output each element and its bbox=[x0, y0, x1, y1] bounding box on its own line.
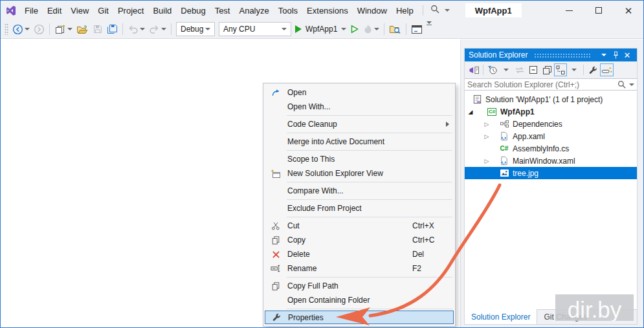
solution-platform-dropdown[interactable]: Any CPU bbox=[219, 22, 291, 36]
start-debugging-button[interactable]: WpfApp1 bbox=[293, 21, 348, 37]
submenu-arrow-icon bbox=[446, 122, 449, 127]
toolbar-drag-handle[interactable] bbox=[5, 23, 8, 35]
switch-views-button[interactable] bbox=[467, 63, 480, 76]
minimize-button[interactable] bbox=[554, 1, 584, 20]
save-all-button[interactable] bbox=[105, 21, 120, 37]
context-item-compare-with[interactable]: Compare With... bbox=[263, 184, 455, 198]
context-item-cut[interactable]: Cut Ctrl+X bbox=[263, 219, 455, 233]
solution-configuration-dropdown[interactable]: Debug bbox=[176, 22, 215, 36]
menu-separator bbox=[287, 115, 452, 116]
context-item-copy-full-path[interactable]: Copy Full Path bbox=[263, 279, 455, 293]
menu-project[interactable]: Project bbox=[113, 1, 148, 20]
pending-changes-filter-button[interactable] bbox=[486, 63, 499, 76]
tree-row-mainwindow-xaml[interactable]: ▷ MainWindow.xaml bbox=[465, 155, 637, 167]
toolbar-overflow-button[interactable] bbox=[425, 21, 434, 37]
context-item-exclude-from-project[interactable]: Exclude From Project bbox=[263, 201, 455, 215]
context-item-rename[interactable]: Rename F2 bbox=[263, 261, 455, 276]
context-item-code-cleanup[interactable]: Code Cleanup bbox=[263, 117, 455, 131]
properties-button[interactable] bbox=[586, 63, 599, 76]
menu-item-label: Rename bbox=[287, 264, 412, 273]
start-without-debugging-button[interactable] bbox=[348, 21, 361, 37]
menu-separator bbox=[287, 133, 452, 133]
menu-item-label: New Solution Explorer View bbox=[287, 169, 455, 178]
menu-git[interactable]: Git bbox=[93, 1, 113, 20]
search-icon[interactable] bbox=[617, 80, 626, 89]
chevron-down-icon[interactable] bbox=[629, 83, 634, 86]
window-layout-button[interactable] bbox=[409, 21, 425, 37]
sync-dropdown-button[interactable] bbox=[568, 63, 581, 76]
new-project-button[interactable] bbox=[52, 21, 74, 37]
menu-debug[interactable]: Debug bbox=[176, 1, 210, 20]
tree-label: WpfApp1 bbox=[500, 107, 535, 116]
collapse-all-button[interactable] bbox=[527, 63, 540, 76]
navigate-backward-button[interactable] bbox=[10, 21, 32, 37]
close-icon: ✕ bbox=[624, 51, 631, 60]
menu-build[interactable]: Build bbox=[148, 1, 176, 20]
expander-collapsed-icon[interactable]: ▷ bbox=[483, 158, 491, 164]
context-item-new-solution-explorer-view[interactable]: New Solution Explorer View bbox=[263, 166, 455, 180]
expander-collapsed-icon[interactable]: ▷ bbox=[483, 121, 491, 127]
menu-separator bbox=[287, 217, 452, 217]
hot-reload-button[interactable] bbox=[361, 21, 381, 37]
find-in-files-button[interactable] bbox=[387, 21, 403, 37]
toolbar-separator bbox=[49, 23, 50, 35]
expander-collapsed-icon[interactable]: ▷ bbox=[483, 133, 491, 140]
image-file-icon bbox=[499, 168, 509, 179]
menu-item-shortcut: Ctrl+C bbox=[412, 235, 455, 245]
close-panel-button[interactable]: ✕ bbox=[621, 49, 633, 61]
sync-button[interactable] bbox=[513, 63, 526, 76]
maximize-button[interactable] bbox=[584, 1, 614, 20]
menu-window[interactable]: Window bbox=[353, 1, 392, 20]
menu-tools[interactable]: Tools bbox=[274, 1, 302, 20]
close-icon: ✕ bbox=[625, 6, 633, 16]
close-button[interactable]: ✕ bbox=[614, 1, 643, 20]
context-item-open-with[interactable]: Open With... bbox=[263, 100, 455, 114]
tree-row-assemblyinfo[interactable]: C# AssemblyInfo.cs bbox=[465, 142, 637, 155]
menu-test[interactable]: Test bbox=[210, 1, 235, 20]
csharp-project-icon: C# bbox=[487, 107, 497, 117]
solution-explorer-search-input[interactable] bbox=[467, 80, 617, 89]
csharp-file-icon: C# bbox=[499, 144, 509, 154]
tree-row-tree-jpg[interactable]: tree.jpg bbox=[465, 167, 637, 179]
open-file-button[interactable] bbox=[74, 21, 91, 37]
copy-icon bbox=[269, 235, 283, 245]
context-item-open-containing-folder[interactable]: Open Containing Folder bbox=[263, 293, 455, 307]
tree-row-dependencies[interactable]: ▷ Dependencies bbox=[465, 118, 637, 130]
menu-analyze[interactable]: Analyze bbox=[234, 1, 273, 20]
quick-search-button[interactable] bbox=[428, 5, 452, 16]
menu-edit[interactable]: Edit bbox=[43, 1, 66, 20]
tree-row-project[interactable]: ◢ C# WpfApp1 bbox=[465, 105, 637, 118]
window-position-button[interactable] bbox=[598, 49, 610, 61]
filter-dropdown-button[interactable] bbox=[500, 63, 513, 76]
menu-separator bbox=[287, 150, 452, 151]
menu-help[interactable]: Help bbox=[392, 1, 418, 20]
auto-hide-pin-button[interactable] bbox=[610, 49, 621, 61]
solution-explorer-search bbox=[465, 78, 637, 91]
context-item-merge-into-active-document[interactable]: Merge into Active Document bbox=[263, 135, 455, 149]
navigate-forward-button[interactable] bbox=[32, 21, 47, 37]
menu-extensions[interactable]: Extensions bbox=[302, 1, 353, 20]
redo-button[interactable] bbox=[147, 21, 168, 37]
show-all-files-button[interactable] bbox=[540, 63, 553, 76]
chevron-down-icon bbox=[445, 9, 450, 12]
context-item-scope-to-this[interactable]: Scope to This bbox=[263, 152, 455, 166]
tree-label: tree.jpg bbox=[513, 169, 539, 178]
context-item-copy[interactable]: Copy Ctrl+C bbox=[263, 233, 455, 247]
context-item-properties[interactable]: Properties bbox=[265, 311, 454, 324]
context-item-delete[interactable]: Delete Del bbox=[263, 247, 455, 261]
menu-view[interactable]: View bbox=[66, 1, 93, 20]
save-button[interactable] bbox=[91, 21, 105, 37]
preview-selected-items-button[interactable] bbox=[600, 63, 614, 76]
menu-file[interactable]: File bbox=[20, 1, 43, 20]
tree-row-solution[interactable]: ∞ Solution 'WpfApp1' (1 of 1 project) bbox=[465, 93, 637, 105]
tree-row-app-xaml[interactable]: ▷ App.xaml bbox=[465, 130, 637, 142]
tab-solution-explorer[interactable]: Solution Explorer bbox=[465, 309, 537, 324]
menu-separator bbox=[287, 182, 452, 182]
sync-with-active-document-button[interactable] bbox=[554, 63, 567, 76]
configuration-value: Debug bbox=[181, 25, 203, 34]
menu-item-label: Copy bbox=[287, 235, 412, 245]
undo-button[interactable] bbox=[126, 21, 147, 37]
solution-explorer-titlebar[interactable]: Solution Explorer ✕ bbox=[465, 49, 637, 61]
expander-expanded-icon[interactable]: ◢ bbox=[467, 109, 474, 115]
context-item-open[interactable]: Open bbox=[263, 85, 455, 100]
